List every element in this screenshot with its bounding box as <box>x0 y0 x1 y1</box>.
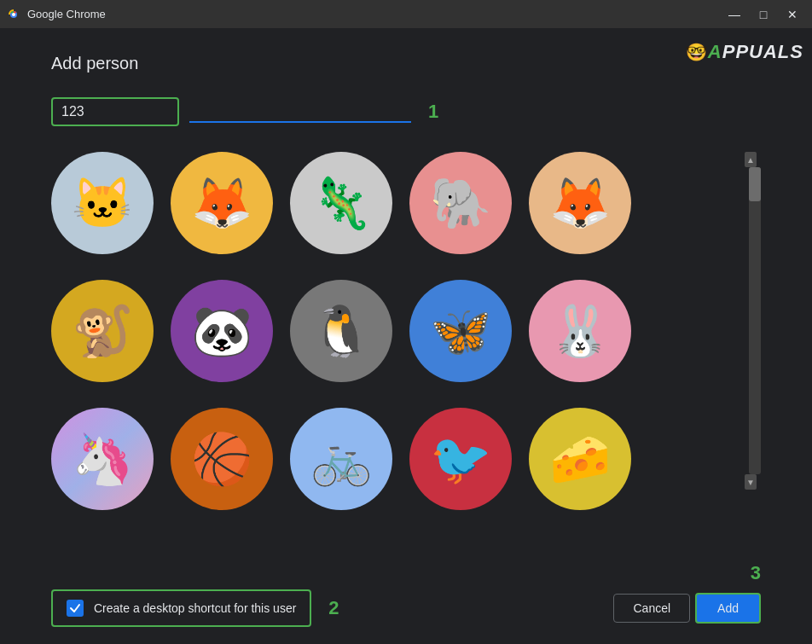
title-bar: Google Chrome — □ ✕ <box>0 0 812 28</box>
add-button[interactable]: Add <box>695 593 761 624</box>
avatar-item-3[interactable]: 🦎 <box>290 152 392 254</box>
scrollbar-up-arrow[interactable]: ▲ <box>745 152 757 167</box>
avatar-item-11[interactable]: 🦄 <box>51 408 154 510</box>
step-2-label: 2 <box>328 597 339 619</box>
avatar-item-12[interactable]: 🏀 <box>171 408 273 510</box>
desktop-shortcut-checkbox-row[interactable]: Create a desktop shortcut for this user <box>51 589 311 627</box>
cancel-button[interactable]: Cancel <box>613 594 690 623</box>
avatar-item-5[interactable]: 🦊 <box>529 152 631 254</box>
title-bar-left: Google Chrome <box>7 8 106 21</box>
avatar-item-2[interactable]: 🦊 <box>171 152 273 254</box>
desktop-shortcut-checkbox[interactable] <box>67 600 84 617</box>
main-content: 🤓APPUALS Add person 1 🐱🦊🦎🐘🦊🐒🐼🐧🦋🐰🦄🏀🚲🐦🧀 ▲ … <box>0 28 812 644</box>
avatar-item-7[interactable]: 🐼 <box>171 280 273 382</box>
scrollbar-down-arrow[interactable]: ▼ <box>745 474 757 490</box>
avatar-item-9[interactable]: 🦋 <box>409 280 512 382</box>
avatar-item-6[interactable]: 🐒 <box>51 280 154 382</box>
appuals-logo: 🤓APPUALS <box>686 37 803 64</box>
avatar-item-8[interactable]: 🐧 <box>290 280 392 382</box>
avatar-grid-container: 🐱🦊🦎🐘🦊🐒🐼🐧🦋🐰🦄🏀🚲🐦🧀 ▲ ▼ <box>51 152 761 576</box>
minimize-button[interactable]: — <box>722 5 747 24</box>
avatar-item-4[interactable]: 🐘 <box>409 152 512 254</box>
title-bar-controls: — □ ✕ <box>722 5 805 24</box>
title-bar-title: Google Chrome <box>27 8 106 20</box>
maximize-button[interactable]: □ <box>751 5 776 24</box>
avatar-item-1[interactable]: 🐱 <box>51 152 154 254</box>
bottom-area: Create a desktop shortcut for this user … <box>51 576 761 627</box>
avatar-grid: 🐱🦊🦎🐘🦊🐒🐼🐧🦋🐰🦄🏀🚲🐦🧀 <box>51 152 734 576</box>
scrollbar: ▲ ▼ <box>740 152 761 576</box>
desktop-shortcut-label: Create a desktop shortcut for this user <box>94 601 296 615</box>
name-input-row: 1 <box>51 97 761 126</box>
avatar-item-14[interactable]: 🐦 <box>409 408 512 510</box>
svg-point-1 <box>12 13 15 16</box>
name-input[interactable] <box>61 104 169 119</box>
avatar-item-15[interactable]: 🧀 <box>529 408 631 510</box>
avatar-item-13[interactable]: 🚲 <box>290 408 392 510</box>
name-input-wrapper[interactable] <box>51 97 179 126</box>
close-button[interactable]: ✕ <box>780 5 805 24</box>
avatar-item-10[interactable]: 🐰 <box>529 280 631 382</box>
step-1-label: 1 <box>428 101 438 123</box>
scrollbar-track <box>749 167 761 474</box>
name-input-underline[interactable] <box>189 101 411 123</box>
checkmark-icon <box>69 602 81 614</box>
step-3-label: 3 <box>751 562 761 584</box>
add-person-title: Add person <box>51 54 761 73</box>
scrollbar-thumb[interactable] <box>749 167 761 201</box>
chrome-icon <box>7 8 20 21</box>
